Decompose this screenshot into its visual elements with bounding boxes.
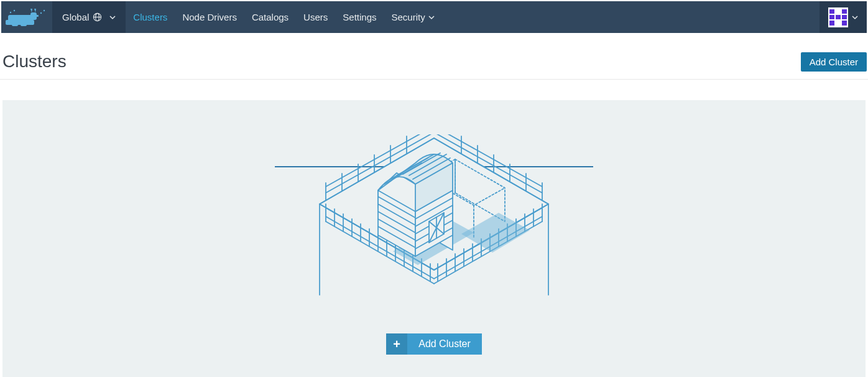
nav-label: Security <box>391 12 425 22</box>
topbar: Global Clusters Node Drivers Catalogs Us… <box>1 1 867 33</box>
svg-rect-1 <box>6 20 11 25</box>
nav-label: Clusters <box>133 12 167 22</box>
user-menu[interactable] <box>820 1 867 33</box>
nav-label: Catalogs <box>252 12 289 22</box>
nav-label: Settings <box>343 12 376 22</box>
page-header: Clusters Add Cluster <box>0 34 868 80</box>
app-logo[interactable] <box>1 1 52 33</box>
nav-node-drivers[interactable]: Node Drivers <box>175 1 244 33</box>
globe-icon <box>93 12 102 22</box>
svg-point-10 <box>44 9 45 11</box>
nav-clusters[interactable]: Clusters <box>126 1 175 33</box>
nav-label: Users <box>303 12 328 22</box>
avatar <box>828 7 848 27</box>
svg-point-8 <box>14 9 15 11</box>
svg-rect-4 <box>29 20 34 25</box>
add-cluster-center-button[interactable]: + Add Cluster <box>386 333 482 355</box>
chevron-down-icon <box>428 14 435 21</box>
chevron-down-icon <box>109 14 116 21</box>
scope-selector[interactable]: Global <box>52 1 126 33</box>
page-title: Clusters <box>2 52 67 72</box>
main-nav: Clusters Node Drivers Catalogs Users Set… <box>126 1 820 33</box>
svg-rect-2 <box>12 20 18 26</box>
rancher-logo-icon <box>6 6 48 29</box>
plus-icon: + <box>386 333 407 355</box>
svg-point-7 <box>10 11 11 12</box>
nav-settings[interactable]: Settings <box>335 1 384 33</box>
add-cluster-button[interactable]: Add Cluster <box>801 52 867 72</box>
nav-catalogs[interactable]: Catalogs <box>244 1 296 33</box>
empty-state: + Add Cluster <box>2 100 866 377</box>
svg-rect-6 <box>35 15 39 17</box>
add-cluster-center-label: Add Cluster <box>407 333 482 355</box>
svg-point-9 <box>40 12 42 13</box>
nav-security[interactable]: Security <box>384 1 441 33</box>
nav-label: Node Drivers <box>182 12 237 22</box>
chevron-down-icon <box>852 14 858 21</box>
empty-state-illustration <box>275 134 593 299</box>
svg-rect-3 <box>21 20 27 26</box>
scope-label: Global <box>62 12 89 22</box>
nav-users[interactable]: Users <box>296 1 335 33</box>
